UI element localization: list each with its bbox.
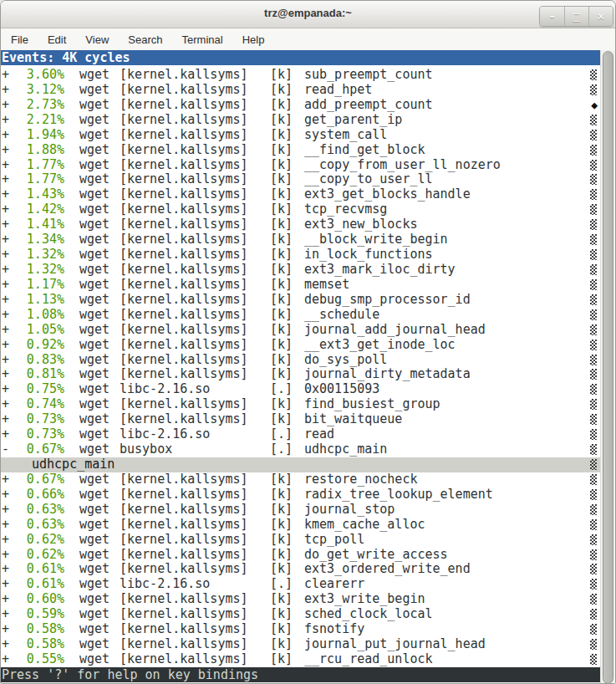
row-expand-toggle[interactable]: + <box>2 592 25 607</box>
perf-table-row[interactable]: +0.58%wget[kernel.kallsyms][k]journal_pu… <box>1 637 600 652</box>
perf-table-row[interactable]: +1.77%wget[kernel.kallsyms][k]__copy_fro… <box>1 158 600 173</box>
row-expand-toggle[interactable]: + <box>2 652 25 667</box>
minimize-button[interactable]: – <box>540 7 564 26</box>
row-expand-toggle[interactable]: + <box>2 278 25 293</box>
row-expand-toggle[interactable]: + <box>2 143 25 158</box>
perf-table-row[interactable]: +1.42%wget[kernel.kallsyms][k]tcp_recvms… <box>1 202 600 217</box>
scrollbar-trough[interactable] <box>600 50 615 684</box>
perf-table-row[interactable]: +1.05%wget[kernel.kallsyms][k]journal_ad… <box>1 323 600 338</box>
row-expand-toggle[interactable]: + <box>2 562 25 577</box>
callchain-row-selected[interactable]: udhcpc_main <box>1 457 600 472</box>
row-expand-toggle[interactable]: + <box>2 427 25 442</box>
perf-table-row[interactable]: +1.32%wget[kernel.kallsyms][k]ext3_mark_… <box>1 263 600 278</box>
perf-table-row[interactable]: +0.59%wget[kernel.kallsyms][k]sched_cloc… <box>1 607 600 622</box>
row-expand-toggle[interactable]: + <box>2 518 25 533</box>
row-expand-toggle[interactable]: + <box>2 248 25 263</box>
row-expand-toggle[interactable]: + <box>2 637 25 652</box>
row-expand-toggle[interactable]: + <box>2 607 25 622</box>
row-overhead-percent: 0.73% <box>25 427 64 442</box>
row-expand-toggle[interactable]: + <box>2 622 25 637</box>
menu-item-file[interactable]: File <box>3 30 37 49</box>
perf-table-row[interactable]: +0.61%wget[kernel.kallsyms][k]ext3_order… <box>1 562 600 577</box>
perf-table-row[interactable]: +1.43%wget[kernel.kallsyms][k]ext3_get_b… <box>1 187 600 202</box>
menu-item-help[interactable]: Help <box>234 30 273 49</box>
row-expand-toggle[interactable]: - <box>2 442 25 457</box>
row-expand-toggle[interactable]: + <box>2 293 25 308</box>
perf-table-row[interactable]: +0.61%wgetlibc-2.16.so[.]clearerr <box>1 577 600 592</box>
perf-table-row[interactable]: +0.62%wget[kernel.kallsyms][k]do_get_wri… <box>1 548 600 563</box>
perf-table-row[interactable]: +1.32%wget[kernel.kallsyms][k]in_lock_fu… <box>1 248 600 263</box>
perf-table-row[interactable]: +0.62%wget[kernel.kallsyms][k]tcp_poll <box>1 533 600 548</box>
perf-table-row[interactable]: +1.77%wget[kernel.kallsyms][k]__copy_to_… <box>1 172 600 187</box>
row-expand-toggle[interactable]: + <box>2 338 25 353</box>
menu-item-edit[interactable]: Edit <box>39 30 74 49</box>
row-expand-toggle[interactable]: + <box>2 382 25 397</box>
row-expand-toggle[interactable]: + <box>2 202 25 217</box>
perf-table-row[interactable]: +1.94%wget[kernel.kallsyms][k]system_cal… <box>1 128 600 143</box>
row-symbol-name: fsnotify <box>304 622 364 637</box>
row-expand-toggle[interactable]: + <box>2 187 25 202</box>
perf-table-row[interactable]: +0.74%wget[kernel.kallsyms][k]find_busie… <box>1 397 600 412</box>
perf-table-row[interactable]: +0.55%wget[kernel.kallsyms][k]__rcu_read… <box>1 652 600 667</box>
perf-table-row[interactable]: +3.60%wget[kernel.kallsyms][k]sub_preemp… <box>1 68 600 83</box>
row-expand-toggle[interactable]: + <box>2 472 25 487</box>
perf-table-row[interactable]: +1.13%wget[kernel.kallsyms][k]debug_smp_… <box>1 293 600 308</box>
menu-item-view[interactable]: View <box>77 30 117 49</box>
perf-tui: Events: 4K cycles +3.60%wget[kernel.kall… <box>1 50 600 684</box>
perf-table-row[interactable]: +2.21%wget[kernel.kallsyms][k]get_parent… <box>1 113 600 128</box>
row-expand-toggle[interactable]: + <box>2 353 25 368</box>
perf-table-row[interactable]: +0.75%wgetlibc-2.16.so[.]0x00115093 <box>1 382 600 397</box>
row-symbol-name: sub_preempt_count <box>304 68 433 83</box>
row-expand-toggle[interactable]: + <box>2 487 25 503</box>
row-expand-toggle[interactable]: + <box>2 232 25 248</box>
menu-item-terminal[interactable]: Terminal <box>174 30 232 49</box>
perf-table-row[interactable]: +0.81%wget[kernel.kallsyms][k]journal_di… <box>1 367 600 382</box>
row-shared-object: [kernel.kallsyms] <box>120 548 268 563</box>
perf-table-row[interactable]: +0.83%wget[kernel.kallsyms][k]do_sys_pol… <box>1 353 600 368</box>
row-expand-toggle[interactable]: + <box>2 548 25 563</box>
perf-table-row[interactable]: -0.67%wgetbusybox[.]udhcpc_main <box>1 442 600 457</box>
row-expand-toggle[interactable]: + <box>2 98 25 113</box>
terminal-viewport[interactable]: Events: 4K cycles +3.60%wget[kernel.kall… <box>1 50 615 684</box>
close-button[interactable]: ✕ <box>588 7 613 26</box>
maximize-button[interactable]: □ <box>564 7 588 26</box>
perf-table-row[interactable]: +0.58%wget[kernel.kallsyms][k]fsnotify <box>1 622 600 637</box>
row-expand-toggle[interactable]: + <box>2 412 25 427</box>
perf-table-row[interactable]: +0.63%wget[kernel.kallsyms][k]journal_st… <box>1 503 600 518</box>
perf-table-row[interactable]: +0.67%wget[kernel.kallsyms][k]restore_no… <box>1 472 600 487</box>
row-expand-toggle[interactable]: + <box>2 83 25 98</box>
row-expand-toggle[interactable]: + <box>2 68 25 83</box>
row-expand-toggle[interactable]: + <box>2 217 25 232</box>
perf-table-row[interactable]: +1.41%wget[kernel.kallsyms][k]ext3_new_b… <box>1 217 600 232</box>
row-overhead-percent: 0.81% <box>25 367 64 382</box>
row-expand-toggle[interactable]: + <box>2 158 25 173</box>
perf-table-row[interactable]: +1.88%wget[kernel.kallsyms][k]__find_get… <box>1 143 600 158</box>
row-expand-toggle[interactable]: + <box>2 323 25 338</box>
row-expand-toggle[interactable]: + <box>2 113 25 128</box>
row-expand-toggle[interactable]: + <box>2 308 25 323</box>
scrollbar-thumb[interactable] <box>603 51 613 684</box>
row-expand-toggle[interactable]: + <box>2 367 25 382</box>
row-expand-toggle[interactable]: + <box>2 503 25 518</box>
titlebar[interactable]: trz@empanada:~ – □ ✕ <box>1 1 615 28</box>
perf-table-row[interactable]: +1.17%wget[kernel.kallsyms][k]memset <box>1 278 600 293</box>
row-expand-toggle[interactable]: + <box>2 577 25 592</box>
row-expand-toggle[interactable]: + <box>2 128 25 143</box>
perf-table-row[interactable]: +0.66%wget[kernel.kallsyms][k]radix_tree… <box>1 487 600 503</box>
menu-item-search[interactable]: Search <box>120 30 171 49</box>
perf-table-row[interactable]: +0.73%wgetlibc-2.16.so[.]read <box>1 427 600 442</box>
perf-table-row[interactable]: +0.60%wget[kernel.kallsyms][k]ext3_write… <box>1 592 600 607</box>
perf-table-row[interactable]: +0.73%wget[kernel.kallsyms][k]bit_waitqu… <box>1 412 600 427</box>
row-expand-toggle[interactable]: + <box>2 172 25 187</box>
row-expand-toggle[interactable]: + <box>2 397 25 412</box>
row-overhead-percent: 1.34% <box>25 232 64 248</box>
perf-table-row[interactable]: +1.08%wget[kernel.kallsyms][k]__schedule <box>1 308 600 323</box>
perf-table-row[interactable]: +2.73%wget[kernel.kallsyms][k]add_preemp… <box>1 98 600 113</box>
row-expand-toggle[interactable]: + <box>2 263 25 278</box>
row-expand-toggle[interactable]: + <box>2 533 25 548</box>
perf-table-row[interactable]: +3.12%wget[kernel.kallsyms][k]read_hpet <box>1 83 600 98</box>
perf-table-row[interactable]: +1.34%wget[kernel.kallsyms][k]__block_wr… <box>1 232 600 248</box>
row-command: wget <box>79 217 118 232</box>
perf-table-row[interactable]: +0.63%wget[kernel.kallsyms][k]kmem_cache… <box>1 518 600 533</box>
perf-table-row[interactable]: +0.92%wget[kernel.kallsyms][k]__ext3_get… <box>1 338 600 353</box>
